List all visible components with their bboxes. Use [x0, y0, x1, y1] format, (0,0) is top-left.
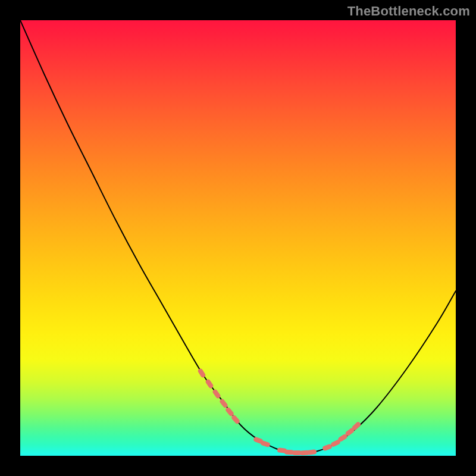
curve-marker: [307, 449, 317, 455]
curve-markers: [197, 368, 361, 455]
chart-frame: TheBottleneck.com: [0, 0, 476, 476]
curve-layer: [20, 20, 456, 456]
watermark-text: TheBottleneck.com: [347, 4, 470, 19]
plot-area: [20, 20, 456, 456]
curve-marker: [260, 440, 271, 448]
bottleneck-curve: [20, 20, 456, 453]
curve-marker: [322, 444, 333, 452]
